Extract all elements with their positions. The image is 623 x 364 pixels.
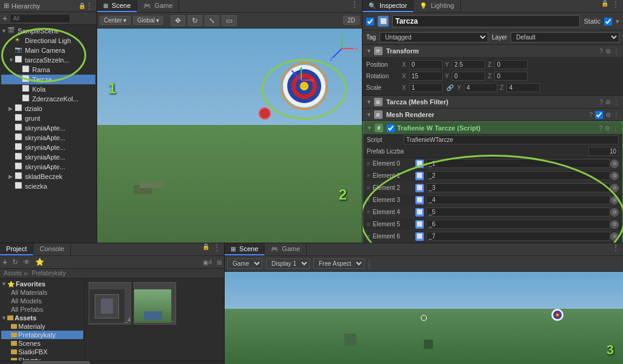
element-field-6[interactable] — [426, 232, 610, 241]
layer-select[interactable]: Default — [511, 32, 619, 42]
rotation-y-input[interactable] — [452, 72, 485, 81]
asset-thumb-scene[interactable]: ... — [134, 282, 176, 325]
tag-select[interactable]: Untagged — [380, 32, 488, 42]
tab-game[interactable]: 🎮 Game — [137, 0, 179, 12]
tree-scenes[interactable]: Scenes — [1, 339, 83, 348]
tab-lighting[interactable]: 💡 Lighting — [414, 0, 461, 12]
project-menu-icon[interactable]: ⋮ — [209, 243, 224, 255]
tree-item-dzialo[interactable]: ▶ ⬜ dzialo — [1, 104, 95, 113]
inspector-menu-icon[interactable]: ⋮ — [608, 0, 623, 12]
scale-z-input[interactable] — [506, 83, 540, 92]
tree-item-skrzynia4[interactable]: ▶ ⬜ skryniaApte... — [1, 152, 95, 162]
rotation-z-input[interactable] — [494, 72, 528, 81]
active-checkbox[interactable] — [366, 18, 374, 25]
mesh-renderer-enable-checkbox[interactable] — [595, 111, 603, 119]
mesh-filter-dots-btn[interactable]: ⋮ — [613, 99, 619, 106]
position-y-input[interactable] — [452, 60, 485, 69]
element-field-3[interactable] — [426, 195, 610, 204]
tree-assets-root[interactable]: ▼ Assets — [1, 314, 83, 322]
tree-materialy[interactable]: Materialy — [1, 322, 83, 331]
breadcrumb-assets[interactable]: Assets — [4, 270, 22, 277]
element-field-4[interactable] — [426, 207, 610, 217]
mesh-filter-header[interactable]: ▼ ⊞ Tarcza (Mesh Filter) ? ⚙ ⋮ — [363, 96, 623, 108]
element-select-btn-3[interactable]: ⊙ — [610, 196, 619, 204]
element-drag-6[interactable]: ≡ — [367, 233, 370, 240]
mesh-renderer-dots-btn[interactable]: ⋮ — [613, 112, 619, 118]
add-hierarchy-btn[interactable]: + — [2, 13, 7, 23]
rect-tool-btn[interactable]: ▭ — [222, 15, 237, 26]
element-drag-4[interactable]: ≡ — [367, 209, 370, 215]
transform-settings-btn[interactable]: ⚙ — [605, 48, 611, 55]
element-select-btn-1[interactable]: ⊙ — [610, 172, 619, 180]
tree-item-tarcza-str[interactable]: ▼ ⬜ tarczaStrzeln... — [1, 55, 95, 65]
tree-item-camera[interactable]: ▶ 📷 Main Camera — [1, 46, 95, 55]
tree-item-rama[interactable]: ▶ ⬜ Rama — [1, 65, 95, 75]
element-field-5[interactable] — [426, 220, 610, 229]
inspector-scroll[interactable]: ⬜ Static ▾ Tag Untagged Layer Default — [363, 13, 623, 243]
mesh-filter-settings-btn[interactable]: ⚙ — [605, 99, 611, 106]
element-field-0[interactable] — [426, 159, 610, 168]
scale-y-input[interactable] — [464, 83, 497, 92]
tab-inspector[interactable]: 🔍 Inspector — [363, 0, 414, 12]
project-lock-icon[interactable]: 🔒 — [202, 243, 209, 255]
element-select-btn-5[interactable]: ⊙ — [610, 220, 619, 229]
hierarchy-lock-icon[interactable]: 🔒 — [78, 2, 86, 9]
project-scrollbar[interactable] — [0, 360, 224, 364]
script-header[interactable]: ▼ # Trafienie W Tarcze (Script) ? ⚙ ⋮ — [363, 122, 622, 134]
scale-x-input[interactable] — [409, 83, 443, 92]
mesh-renderer-help-btn[interactable]: ? — [589, 112, 593, 118]
tree-item-kola[interactable]: ▶ ⬜ Kola — [1, 84, 95, 94]
starred-icon[interactable]: ⭐ — [35, 258, 44, 266]
tree-item-tarcza[interactable]: ▶ ⬜ Tarcza — [1, 75, 95, 84]
resolution-select[interactable]: Free Aspect — [313, 258, 364, 269]
element-field-2[interactable] — [426, 183, 610, 192]
tree-favorites[interactable]: ▼ ⭐ Favorites — [1, 280, 83, 288]
element-drag-0[interactable]: ≡ — [367, 160, 370, 167]
transform-help-btn[interactable]: ? — [599, 48, 603, 55]
rotate-tool-btn[interactable]: ↻ — [188, 15, 202, 26]
scene-menu-icon[interactable]: ⋮ — [347, 0, 362, 12]
script-field-input[interactable] — [404, 135, 619, 144]
mesh-renderer-settings-btn[interactable]: ⚙ — [605, 112, 611, 118]
tree-item-zderzacze[interactable]: ▶ ⬜ ZderzaczeKol... — [1, 94, 95, 104]
tree-item-skrzynia3[interactable]: ▶ ⬜ skryniaApte... — [1, 143, 95, 152]
static-dropdown-icon[interactable]: ▾ — [616, 18, 619, 25]
transform-dots-btn[interactable]: ⋮ — [613, 48, 619, 55]
prefab-count-input[interactable] — [588, 147, 619, 156]
element-drag-3[interactable]: ≡ — [367, 197, 370, 203]
tree-prefabrykaty[interactable]: Prefabrykaty — [1, 331, 83, 339]
bottom-scene-menu[interactable]: ⋮ — [608, 243, 623, 255]
tab-console[interactable]: Console — [33, 243, 70, 255]
element-select-btn-4[interactable]: ⊙ — [610, 208, 619, 217]
eye-icon[interactable]: 👁 — [23, 258, 30, 266]
breadcrumb-prefabrykaty[interactable]: Prefabrykaty — [32, 270, 66, 277]
scene-viewport[interactable]: 1 2 X Y Z — [97, 29, 362, 243]
tree-skrypty[interactable]: Skrypty — [1, 356, 83, 360]
element-select-btn-0[interactable]: ⊙ — [610, 160, 619, 168]
element-field-1[interactable] — [426, 171, 610, 180]
tree-item-skrzynia1[interactable]: ▶ ⬜ skryniaApte... — [1, 123, 95, 133]
element-drag-5[interactable]: ≡ — [367, 221, 370, 228]
global-btn[interactable]: Global▾ — [133, 16, 163, 25]
game-resolution-select[interactable]: Game — [227, 258, 262, 269]
tree-item-sklad[interactable]: ▶ ⬜ skladBeczek — [1, 172, 95, 181]
tab-project[interactable]: Project — [0, 243, 33, 255]
bottom-tab-game[interactable]: 🎮 Game — [265, 243, 307, 255]
2d-btn[interactable]: 2D — [343, 16, 359, 25]
position-z-input[interactable] — [494, 60, 528, 69]
inspector-lock-icon[interactable]: 🔒 — [601, 0, 608, 12]
scale-tool-btn[interactable]: ⤡ — [205, 15, 219, 26]
tree-all-prefabs[interactable]: All Prefabs — [1, 305, 83, 314]
tree-item-directional[interactable]: ▶ ☀ Directional Ligh — [1, 36, 95, 46]
bottom-tab-scene[interactable]: ⊞ Scene — [225, 243, 265, 255]
object-name-input[interactable] — [392, 15, 580, 27]
script-enable-checkbox[interactable] — [387, 124, 395, 132]
tree-item-skrzynia2[interactable]: ▶ ⬜ skryniaApte... — [1, 133, 95, 143]
script-settings-btn[interactable]: ⚙ — [605, 125, 610, 132]
add-asset-btn[interactable]: + — [2, 257, 7, 267]
tree-all-materials[interactable]: All Materials — [1, 288, 83, 297]
bottom-viewport[interactable]: 3 — [225, 272, 623, 364]
element-drag-2[interactable]: ≡ — [367, 184, 370, 191]
position-x-input[interactable] — [409, 60, 443, 69]
tree-siatki[interactable]: SiatkiFBX — [1, 348, 83, 356]
